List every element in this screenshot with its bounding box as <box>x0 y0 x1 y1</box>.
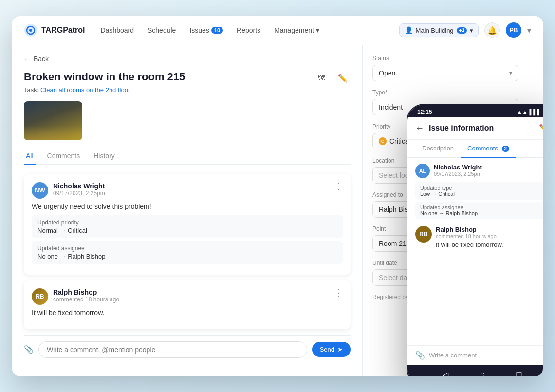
phone-avatar-rb: RB <box>415 226 432 243</box>
signal-icon: ▌▌▌ <box>530 109 541 115</box>
map-icon[interactable]: 🗺 <box>314 71 329 86</box>
desktop-window: TARGPatrol Dashboard Schedule Issues 10 … <box>12 16 543 376</box>
phone-time: 12:15 <box>417 109 432 115</box>
issue-image <box>24 101 82 140</box>
phone-rb-name: Ralph Bishop <box>436 226 497 233</box>
user-info-rb: RB Ralph Bishop commented 18 hours ago <box>32 288 119 305</box>
nav-reports[interactable]: Reports <box>237 26 260 34</box>
top-actions: Broken window in the room 215 Task: Clea… <box>24 71 351 93</box>
phone-content: AL Nicholas Wright 09/17/2023, 2:25pm Up… <box>407 158 543 345</box>
avatar-rb: RB <box>32 288 48 305</box>
phone-avatar-al: AL <box>415 164 430 178</box>
phone-header-left: ← Issue information <box>415 123 494 133</box>
tab-history[interactable]: History <box>92 148 117 165</box>
phone-comment-rb: RB Ralph Bishop commented 18 hours ago ⋮… <box>415 226 543 248</box>
task-link-anchor[interactable]: Clean all rooms on the 2nd floor <box>40 86 130 93</box>
phone-tabs: Description Comments 2 <box>407 140 543 158</box>
phone-home-icon[interactable]: ○ <box>480 370 485 376</box>
back-arrow-icon: ← <box>24 55 31 63</box>
nav-management[interactable]: Management ▾ <box>274 26 319 34</box>
phone-back-nav-icon[interactable]: ◁ <box>443 370 449 376</box>
status-select[interactable]: Open ▾ <box>372 65 518 81</box>
phone-overlay: 12:15 ▲▲ ▌▌▌ ▓ ← Issue information ✏️ De… <box>407 104 543 376</box>
phone-header: ← Issue information ✏️ <box>407 117 543 140</box>
comment-time-nw: 09/17/2023, 2:25pm <box>53 190 105 197</box>
title-section: Broken window in the room 215 Task: Clea… <box>24 71 314 93</box>
phone-recents-icon[interactable]: □ <box>516 370 521 376</box>
edit-icon[interactable]: ✏️ <box>335 71 351 86</box>
user-name-nw: Nicholas Wright <box>53 182 105 190</box>
logo[interactable]: TARGPatrol <box>24 23 85 37</box>
phone-status-icons: ▲▲ ▌▌▌ ▓ <box>517 109 543 115</box>
issues-badge: 10 <box>211 27 223 34</box>
more-options-rb[interactable]: ⋮ <box>334 288 343 297</box>
comment-header-nw: NW Nicholas Wright 09/17/2023, 2:25pm ⋮ <box>32 182 343 199</box>
phone-tab-comments[interactable]: Comments 2 <box>461 140 516 158</box>
phone-attach-icon[interactable]: 📎 <box>415 351 425 360</box>
person-icon: 👤 <box>405 26 413 34</box>
send-button[interactable]: Send ➤ <box>312 342 351 357</box>
phone-rb-header: Ralph Bishop commented 18 hours ago ⋮ <box>436 226 543 239</box>
priority-badge: C Critical <box>379 137 410 145</box>
phone-title: Issue information <box>429 124 494 132</box>
phone-user-info-nw: Nicholas Wright 09/17/2023, 2:25pm <box>434 164 543 177</box>
comment-header-rb: RB Ralph Bishop commented 18 hours ago ⋮ <box>32 288 343 305</box>
back-button[interactable]: ← Back <box>24 55 351 63</box>
user-avatar[interactable]: PB <box>506 22 521 38</box>
phone-nav: ◁ ○ □ <box>407 365 543 376</box>
building-count-badge: +3 <box>457 27 467 34</box>
navigation: TARGPatrol Dashboard Schedule Issues 10 … <box>12 16 543 45</box>
tab-all[interactable]: All <box>24 148 36 165</box>
attach-icon[interactable]: 📎 <box>24 345 34 354</box>
more-options-nw[interactable]: ⋮ <box>334 182 343 191</box>
action-icons: 🗺 ✏️ <box>314 71 351 86</box>
comments-count-badge: 2 <box>502 146 510 152</box>
building-selector[interactable]: 👤 Main Building +3 ▾ <box>399 23 479 37</box>
tab-comments[interactable]: Comments <box>45 148 82 165</box>
nav-dashboard[interactable]: Dashboard <box>100 26 134 34</box>
comment-time-rb: commented 18 hours ago <box>53 296 119 303</box>
phone-tab-description[interactable]: Description <box>415 140 461 158</box>
priority-dot-icon: C <box>379 137 387 145</box>
phone-update-assignee: Updated assignee No one → Ralph Bishop <box>415 202 543 219</box>
phone-rb-time: commented 18 hours ago <box>436 233 497 239</box>
update-assignee: Updated assignee No one → Ralph Bishop <box>32 241 343 264</box>
tabs: All Comments History <box>24 148 351 165</box>
send-arrow-icon: ➤ <box>337 346 343 353</box>
user-info-nw: NW Nicholas Wright 09/17/2023, 2:25pm <box>32 182 105 199</box>
logo-icon <box>24 23 37 37</box>
issue-title: Broken window in the room 215 <box>24 71 314 83</box>
phone-screen: 12:15 ▲▲ ▌▌▌ ▓ ← Issue information ✏️ De… <box>407 105 543 376</box>
comment-text-rb: It will be fixed tomorrow. <box>32 309 343 317</box>
comment-text-nw: We urgently need to solve this problem! <box>32 203 343 210</box>
phone-comment-input[interactable]: Write a comment <box>429 352 543 359</box>
svg-point-2 <box>29 29 32 32</box>
phone-update-type: Updated type Low → Critical <box>415 182 543 200</box>
task-link: Task: Clean all rooms on the 2nd floor <box>24 86 314 93</box>
phone-comment-nw: AL Nicholas Wright 09/17/2023, 2:25pm Up… <box>415 164 543 219</box>
nav-right: 👤 Main Building +3 ▾ 🔔 PB ▾ <box>399 22 531 38</box>
phone-status-bar: 12:15 ▲▲ ▌▌▌ ▓ <box>407 105 543 117</box>
notification-bell[interactable]: 🔔 <box>484 22 500 38</box>
user-name-rb: Ralph Bishop <box>53 288 119 296</box>
comment-input[interactable] <box>38 341 307 358</box>
nav-links: Dashboard Schedule Issues 10 Reports Man… <box>100 26 383 34</box>
left-panel: ← Back Broken window in the room 215 Tas… <box>12 45 363 376</box>
nav-schedule[interactable]: Schedule <box>148 26 176 34</box>
phone-back-icon[interactable]: ← <box>415 123 424 133</box>
phone-more-options[interactable]: ⋮ <box>541 226 543 235</box>
phone-user-name-nw: Nicholas Wright <box>434 164 543 171</box>
nav-issues[interactable]: Issues 10 <box>189 26 223 34</box>
bell-icon: 🔔 <box>487 26 497 35</box>
comment-card-nw: NW Nicholas Wright 09/17/2023, 2:25pm ⋮ … <box>24 174 351 275</box>
comment-card-rb: RB Ralph Bishop commented 18 hours ago ⋮… <box>24 280 351 329</box>
phone-rb-text: It will be fixed tomorrow. <box>436 241 543 248</box>
chevron-down-icon: ▾ <box>509 70 512 76</box>
status-field: Status Open ▾ <box>372 55 518 81</box>
comment-input-area: 📎 Send ➤ <box>24 335 351 364</box>
phone-footer: 📎 Write a comment <box>407 345 543 365</box>
phone-edit-icon[interactable]: ✏️ <box>539 124 543 133</box>
avatar-nw: NW <box>32 182 48 199</box>
phone-comment-time-nw: 09/17/2023, 2:25pm <box>434 171 543 177</box>
phone-rb-body: Ralph Bishop commented 18 hours ago ⋮ It… <box>436 226 543 248</box>
